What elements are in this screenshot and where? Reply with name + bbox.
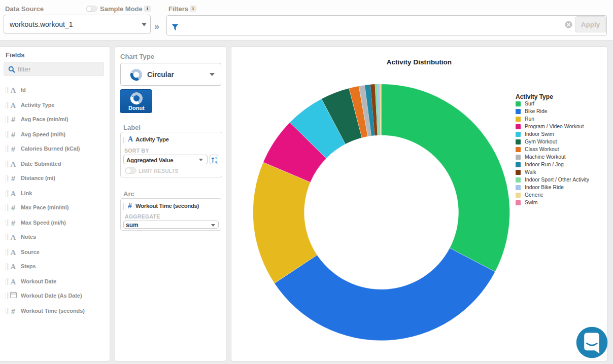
svg-text:9: 9: [215, 161, 217, 164]
svg-text:1: 1: [215, 157, 217, 160]
